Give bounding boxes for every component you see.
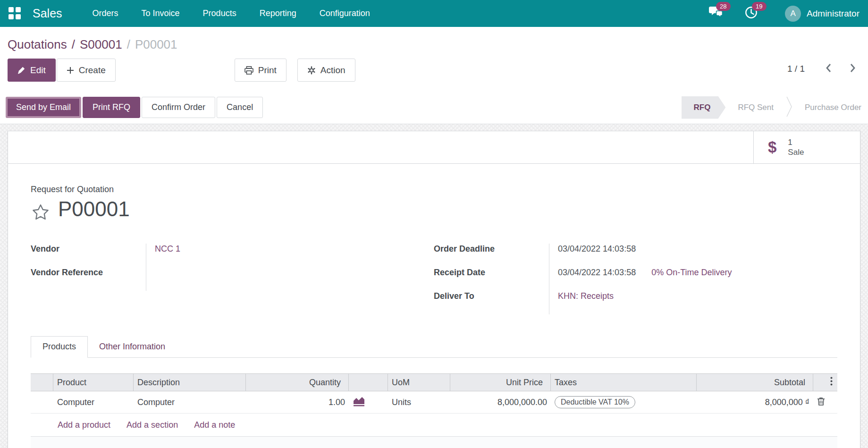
create-button[interactable]: Create (57, 59, 116, 82)
breadcrumb-separator: / (127, 37, 130, 51)
tab-other-information[interactable]: Other Information (88, 336, 177, 357)
receipt-date-label: Receipt Date (434, 267, 549, 291)
activities-button[interactable]: 19 (745, 6, 758, 21)
sale-smart-button[interactable]: $ 1 Sale (753, 131, 860, 163)
top-navbar: Sales Orders To Invoice Products Reporti… (0, 0, 868, 27)
print-rfq-button[interactable]: Print RFQ (83, 97, 140, 118)
send-by-email-button[interactable]: Send by Email (6, 97, 81, 118)
gear-icon (307, 66, 316, 75)
status-steps: RFQ RFQ Sent Purchase Order (682, 96, 868, 119)
favorite-star-button[interactable] (31, 203, 51, 224)
plus-icon (67, 67, 74, 74)
chevron-left-icon (826, 63, 832, 74)
forecast-chart-icon (353, 396, 365, 408)
table-header-row: Product Description Quantity UoM Unit Pr… (31, 373, 837, 391)
pager: 1 / 1 (787, 61, 860, 76)
vendor-reference-label: Vendor Reference (31, 267, 146, 291)
delete-line-button[interactable] (817, 397, 825, 407)
deliver-to-label: Deliver To (434, 291, 549, 314)
add-a-product-link[interactable]: Add a product (58, 420, 110, 430)
vendor-reference-value[interactable] (146, 267, 414, 291)
cancel-button[interactable]: Cancel (217, 97, 263, 118)
doc-type-label: Request for Quotation (31, 185, 837, 194)
control-panel: Edit Create Print (0, 55, 868, 91)
row-handle[interactable] (31, 391, 53, 413)
cell-uom[interactable]: Units (388, 391, 450, 413)
menu-products[interactable]: Products (203, 8, 236, 18)
star-icon (31, 203, 51, 224)
cell-unit-price[interactable]: 8,000,000.00 (450, 391, 551, 413)
form-sheet: $ 1 Sale Request for Quotation P00001 (8, 131, 860, 448)
menu-reporting[interactable]: Reporting (260, 8, 296, 18)
status-step-purchase-order[interactable]: Purchase Order (792, 96, 868, 119)
receipt-date-value[interactable]: 03/04/2022 14:03:58 (558, 268, 636, 277)
cell-product[interactable]: Computer (53, 391, 134, 413)
content-background: $ 1 Sale Request for Quotation P00001 (0, 124, 868, 448)
on-time-delivery-link[interactable]: 0% On-Time Delivery (651, 268, 732, 277)
print-button[interactable]: Print (235, 59, 287, 82)
kebab-icon (830, 377, 833, 388)
cell-quantity[interactable]: 1.00 (246, 391, 349, 413)
add-a-note-link[interactable]: Add a note (194, 420, 235, 430)
header-description[interactable]: Description (134, 374, 246, 391)
header-handle (31, 374, 53, 391)
vendor-label: Vendor (31, 244, 146, 267)
header-subtotal[interactable]: Subtotal (697, 374, 813, 391)
breadcrumb: Quotations/S00001/P00001 (0, 27, 868, 55)
user-menu[interactable]: Administrator (807, 8, 860, 19)
messages-button[interactable]: 28 (709, 6, 723, 21)
messages-count-badge: 28 (716, 2, 730, 11)
vendor-value[interactable]: NCC 1 (155, 244, 180, 254)
header-unit-price[interactable]: Unit Price (450, 374, 551, 391)
chevron-right-icon (850, 63, 856, 74)
order-lines-table: Product Description Quantity UoM Unit Pr… (31, 373, 837, 448)
breadcrumb-separator: / (72, 37, 75, 51)
add-a-section-link[interactable]: Add a section (126, 420, 178, 430)
tax-badge[interactable]: Deductible VAT 10% (555, 396, 635, 408)
header-product[interactable]: Product (53, 374, 134, 391)
header-quantity[interactable]: Quantity (246, 374, 349, 391)
menu-to-invoice[interactable]: To Invoice (142, 8, 180, 18)
action-button[interactable]: Action (297, 59, 355, 82)
pager-next-button[interactable] (846, 61, 860, 76)
cell-subtotal: 8,000,000 ₫ (697, 391, 813, 413)
forecast-button[interactable] (353, 396, 365, 408)
edit-button[interactable]: Edit (8, 59, 56, 82)
order-deadline-value[interactable]: 03/04/2022 14:03:58 (549, 244, 837, 267)
header-uom[interactable]: UoM (388, 374, 450, 391)
trash-icon (817, 397, 825, 407)
cell-description[interactable]: Computer (134, 391, 246, 413)
printer-icon (244, 66, 253, 75)
optional-columns-button[interactable] (813, 374, 837, 391)
table-empty-area (31, 437, 837, 448)
sheet-body: Request for Quotation P00001 Vendor NCC … (8, 185, 860, 448)
menu-orders[interactable]: Orders (93, 8, 118, 18)
breadcrumb-current: P00001 (135, 37, 177, 51)
breadcrumb-s00001[interactable]: S00001 (80, 37, 122, 51)
status-step-rfq[interactable]: RFQ (682, 96, 726, 119)
page-title: P00001 (58, 197, 130, 221)
pencil-icon (17, 66, 25, 74)
pager-count: 1 / 1 (787, 64, 805, 74)
navbar-right: 28 19 A Administrator (709, 6, 860, 22)
menu-configuration[interactable]: Configuration (320, 8, 370, 18)
deliver-to-value[interactable]: KHN: Receipts (558, 291, 614, 301)
sale-label: Sale (788, 147, 804, 157)
activities-count-badge: 19 (752, 2, 766, 11)
confirm-order-button[interactable]: Confirm Order (142, 97, 215, 118)
order-deadline-label: Order Deadline (434, 244, 549, 267)
breadcrumb-quotations[interactable]: Quotations (8, 37, 67, 51)
pager-previous-button[interactable] (822, 61, 835, 76)
tab-products[interactable]: Products (31, 336, 88, 358)
table-row[interactable]: Computer Computer 1.00 (31, 391, 837, 414)
app-name[interactable]: Sales (33, 7, 62, 20)
status-step-rfq-sent[interactable]: RFQ Sent (725, 96, 786, 119)
avatar[interactable]: A (785, 6, 801, 22)
sale-count: 1 (788, 137, 804, 147)
apps-menu-icon[interactable] (8, 7, 21, 20)
header-taxes[interactable]: Taxes (551, 374, 697, 391)
form-statusbar: Send by Email Print RFQ Confirm Order Ca… (0, 91, 868, 124)
clock-icon (745, 12, 758, 20)
messages-icon (709, 12, 723, 20)
status-step-divider-icon (786, 96, 792, 119)
